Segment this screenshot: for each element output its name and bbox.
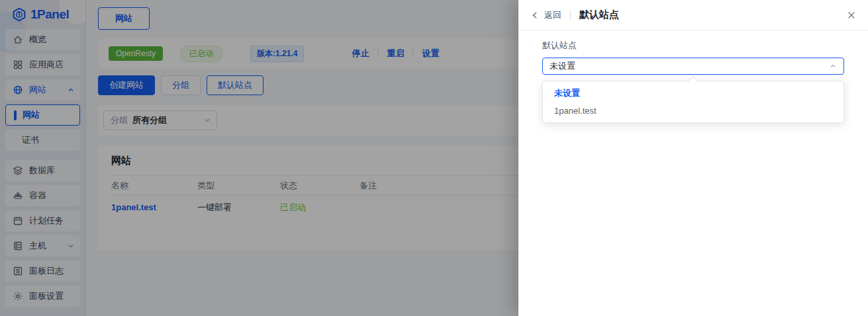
drawer-header: 返回 默认站点 [518, 0, 868, 30]
default-site-select[interactable]: 未设置 [542, 58, 844, 75]
arrow-left-icon [530, 11, 540, 20]
close-icon[interactable] [847, 11, 856, 20]
back-label: 返回 [544, 9, 561, 21]
default-site-value: 未设置 [550, 60, 829, 72]
default-site-dropdown: 未设置 1panel.test [542, 81, 844, 123]
default-site-label: 默认站点 [542, 40, 844, 52]
drawer-title: 默认站点 [579, 9, 619, 21]
divider [570, 11, 571, 20]
chevron-up-icon [829, 62, 837, 70]
dropdown-option-1panel-test[interactable]: 1panel.test [543, 102, 844, 120]
default-site-drawer: 返回 默认站点 默认站点 未设置 未设置 1panel.test [518, 0, 868, 316]
back-button[interactable]: 返回 [530, 9, 561, 21]
drawer-body: 默认站点 未设置 未设置 1panel.test [518, 30, 868, 123]
dropdown-option-unset[interactable]: 未设置 [543, 84, 844, 102]
